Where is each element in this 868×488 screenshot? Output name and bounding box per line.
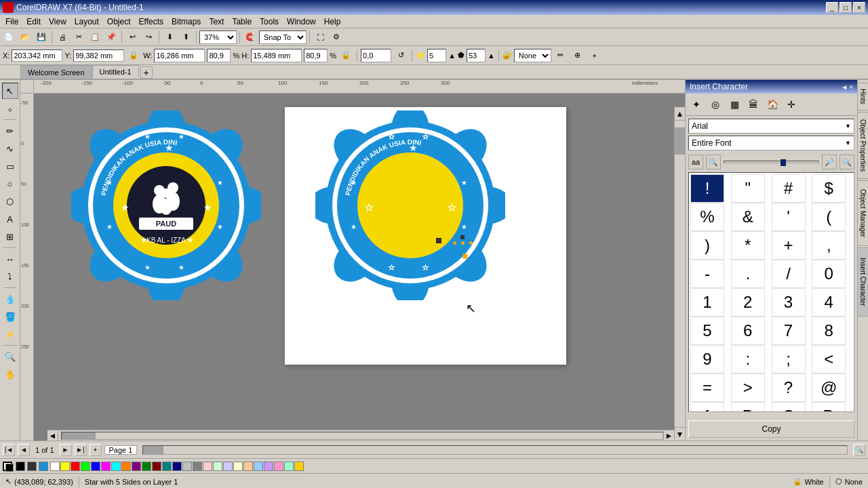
char-cell-period[interactable]: . [731, 260, 765, 288]
char-cell-A[interactable]: A [690, 402, 724, 412]
stroke-swatch[interactable] [5, 464, 14, 472]
green-swatch[interactable] [81, 462, 90, 471]
char-cell-amp[interactable]: & [731, 203, 765, 231]
char-icon-5[interactable]: 🏠 [764, 96, 781, 113]
char-search[interactable]: 🔍 [840, 155, 854, 169]
none-dropdown[interactable]: None [514, 49, 551, 62]
pink-swatch[interactable] [203, 462, 212, 471]
tab-add-button[interactable]: + [140, 66, 153, 79]
panel-expand-button[interactable]: ◄ [841, 83, 848, 91]
char-cell-excl[interactable]: ! [690, 174, 724, 203]
char-cell-lparen[interactable]: ( [812, 203, 846, 231]
char-zoom-out[interactable]: 🔎 [822, 155, 837, 169]
char-cell-dollar[interactable]: $ [812, 174, 846, 203]
black-swatch[interactable] [16, 462, 25, 471]
smart-draw-tool[interactable]: ∿ [2, 140, 18, 157]
char-icon-4[interactable]: 🏛 [745, 96, 762, 113]
char-icon-3[interactable]: ▦ [726, 96, 743, 113]
char-cell-percent[interactable]: % [690, 203, 724, 231]
char-cell-9[interactable]: 9 [690, 345, 724, 373]
menu-window[interactable]: Window [283, 16, 320, 27]
lavender-swatch[interactable] [223, 462, 233, 471]
first-page-button[interactable]: |◄ [3, 444, 15, 456]
eyedropper-tool[interactable]: 💧 [2, 291, 18, 307]
char-cell-semi[interactable]: ; [772, 345, 806, 373]
darkgreen-swatch[interactable] [142, 462, 151, 471]
insert-char-tab[interactable]: Insert Character [857, 247, 868, 317]
connector-tool[interactable]: ⤵ [2, 268, 18, 285]
full-screen-button[interactable]: ⛶ [313, 30, 328, 45]
lilac-swatch[interactable] [264, 462, 273, 471]
dimension-tool[interactable]: ↔ [2, 251, 18, 267]
menu-bitmaps[interactable]: Bitmaps [167, 16, 205, 27]
char-cell-5[interactable]: 5 [690, 317, 724, 345]
char-cell-slash[interactable]: / [772, 260, 806, 288]
cyan-swatch[interactable] [111, 462, 121, 471]
mint-swatch[interactable] [284, 462, 294, 471]
lightgreen-swatch[interactable] [213, 462, 222, 471]
badge-2[interactable]: PENDIDIKAN ANAK USIA DINI ★ ★ ★ ★ ★ ★ ★ … [315, 110, 505, 300]
tab-document[interactable]: Untitled-1 [92, 65, 139, 79]
gray-swatch[interactable] [193, 462, 202, 471]
char-cell-hash[interactable]: # [772, 174, 806, 203]
char-icon-1[interactable]: ✦ [688, 96, 705, 113]
char-cell-rparen[interactable]: ) [690, 231, 724, 260]
font-subset-dropdown[interactable]: Entire Font ▼ [688, 136, 854, 150]
save-button[interactable]: 💾 [34, 30, 49, 45]
close-button[interactable]: × [853, 2, 865, 13]
points-input[interactable] [427, 49, 446, 62]
char-cell-lt[interactable]: < [812, 345, 846, 373]
teal-swatch[interactable] [162, 462, 172, 471]
slider-thumb[interactable] [781, 159, 786, 166]
print-button[interactable]: 🖨 [55, 30, 70, 45]
w-percent[interactable] [207, 49, 231, 62]
char-cell-0[interactable]: 0 [812, 260, 846, 288]
menu-object[interactable]: Object [103, 16, 135, 27]
prev-page-button[interactable]: ◄ [18, 444, 30, 456]
hscroll-thumb[interactable] [62, 432, 96, 439]
x-input[interactable] [12, 49, 62, 62]
rose-swatch[interactable] [274, 462, 283, 471]
size-input[interactable] [467, 49, 486, 62]
font-name-dropdown[interactable]: Arial ▼ [688, 119, 854, 134]
maroon-swatch[interactable] [152, 462, 161, 471]
char-cell-colon[interactable]: : [731, 345, 765, 373]
maximize-button[interactable]: □ [840, 2, 852, 13]
hscroll-track[interactable] [61, 432, 663, 440]
menu-layout[interactable]: Layout [71, 16, 103, 27]
shape-edit-tool[interactable]: ⬦ [2, 100, 18, 117]
menu-help[interactable]: Help [320, 16, 345, 27]
zoom-fit-button[interactable]: 🔍 [853, 444, 865, 456]
scroll-down-button[interactable]: ▼ [675, 427, 685, 441]
snap-to-dropdown[interactable]: Snap To [259, 30, 307, 44]
char-size-small[interactable]: aa [688, 155, 703, 169]
window-controls[interactable]: _ □ × [826, 2, 865, 13]
char-cell-apos[interactable]: ' [772, 203, 806, 231]
object-properties-tab[interactable]: Object Properties [857, 112, 868, 179]
char-cell-quote[interactable]: " [731, 174, 765, 203]
lightyellow-swatch[interactable] [233, 462, 243, 471]
main-hscrollbar[interactable] [142, 445, 848, 455]
copy-button[interactable]: Copy [688, 420, 854, 438]
zoom-dropdown[interactable]: 37%50%75%100% [199, 30, 237, 44]
add-page-button[interactable]: + [90, 444, 102, 456]
minimize-button[interactable]: _ [826, 2, 838, 13]
open-button[interactable]: 📂 [18, 30, 33, 45]
skyblue-swatch[interactable] [254, 462, 263, 471]
menu-view[interactable]: View [45, 16, 71, 27]
h-percent[interactable] [304, 49, 328, 62]
text-tool[interactable]: A [2, 211, 18, 227]
yellow-swatch[interactable] [60, 462, 70, 471]
char-cell-1[interactable]: 1 [690, 288, 724, 317]
cut-button[interactable]: ✂ [71, 30, 86, 45]
fill-tool[interactable]: 🪣 [2, 308, 18, 325]
menu-edit[interactable]: Edit [22, 16, 45, 27]
options-button[interactable]: ⚙ [329, 30, 344, 45]
export-button[interactable]: ⬆ [178, 30, 193, 45]
char-cell-2[interactable]: 2 [731, 288, 765, 317]
char-size-slider[interactable] [724, 161, 819, 163]
rectangle-tool[interactable]: ▭ [2, 158, 18, 174]
edit-btn[interactable]: ✏ [553, 48, 568, 63]
y-input[interactable] [73, 49, 124, 62]
char-cell-D[interactable]: D [812, 402, 846, 412]
